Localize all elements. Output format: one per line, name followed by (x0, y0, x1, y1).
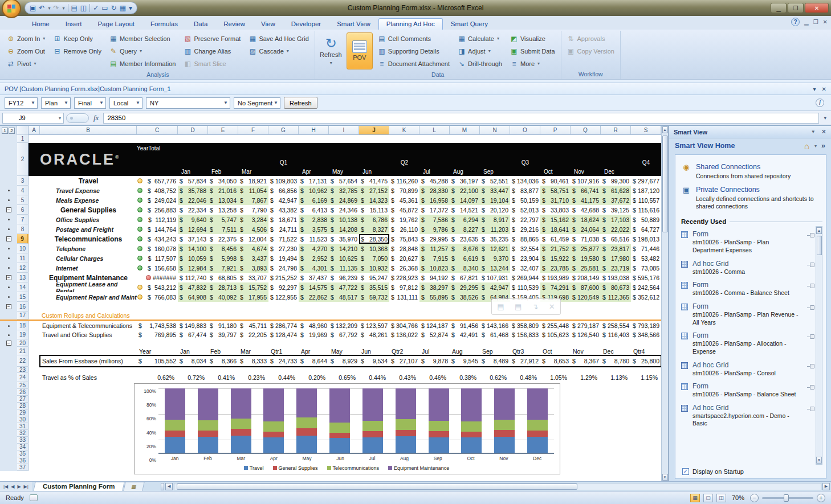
data-cell[interactable]: $109,803 (268, 176, 299, 186)
data-cell[interactable]: $42,491 (450, 330, 480, 339)
member-selection-button[interactable]: ▦Member Selection (107, 32, 178, 44)
home-dropdown-icon[interactable]: ▾ (814, 144, 817, 149)
rollup-label-19[interactable]: Travel and Office Supplies (40, 330, 137, 339)
data-cell[interactable]: $131,111 (389, 292, 419, 302)
embedded-chart[interactable]: 100%80%60%40%20%0% JanFebMarAprMayJunJul… (134, 383, 560, 474)
display-on-startup-checkbox[interactable]: ✓ (682, 468, 689, 475)
forward-chevrons-icon[interactable]: » (821, 142, 825, 150)
horizontal-scrollbar[interactable] (174, 483, 821, 490)
outline-gutter[interactable]: − (0, 302, 17, 312)
outline-level-1[interactable]: 1 (2, 128, 8, 134)
panel-scrollbar[interactable]: ▲ ▼ (816, 226, 822, 465)
data-cell[interactable]: $9,878 (419, 355, 450, 367)
row-header-16[interactable]: 16 (17, 302, 28, 312)
data-cell[interactable]: $50,159 (510, 195, 540, 205)
data-cell[interactable]: $20,627 (389, 253, 419, 263)
data-cell[interactable]: $20,120 (480, 205, 510, 215)
tab-home[interactable]: Home (24, 18, 58, 30)
column-header-L[interactable]: L (419, 126, 450, 135)
row-label-13[interactable]: Equipment Maintenance (40, 273, 137, 282)
document-attachment-button[interactable]: ≡Document Attachment (376, 58, 452, 69)
data-cell[interactable]: $12,694 (178, 224, 208, 234)
row-header-30[interactable]: 30 (17, 416, 28, 423)
data-cell[interactable]: $793,189 (631, 321, 661, 330)
help-icon[interactable]: ? (791, 18, 800, 26)
tab-data[interactable]: Data (186, 18, 215, 30)
data-cell[interactable]: $27,152 (359, 186, 389, 195)
row-header-8[interactable]: 8 (17, 224, 28, 234)
outline-gutter[interactable] (0, 373, 17, 382)
pin-icon[interactable] (810, 385, 814, 390)
outline-gutter[interactable] (0, 444, 17, 450)
row-header-37[interactable]: 37 (17, 464, 28, 471)
data-cell[interactable]: $11,523 (299, 234, 329, 244)
outline-gutter[interactable] (0, 437, 17, 444)
data-cell[interactable]: $31,710 (540, 195, 571, 205)
outline-gutter[interactable] (0, 389, 17, 396)
data-cell[interactable]: $38,526 (450, 292, 480, 302)
data-cell[interactable]: $13,034 (208, 195, 238, 205)
row-label-11[interactable]: Cellular Charges (40, 253, 137, 263)
data-cell[interactable]: $149,883 (178, 321, 208, 330)
data-cell[interactable]: $352,612 (631, 292, 661, 302)
tab-view[interactable]: View (253, 18, 283, 30)
row-header-25[interactable]: 25 (17, 382, 28, 389)
select-all-corner[interactable] (17, 126, 28, 135)
pct-cell[interactable]: 0.62% (480, 373, 510, 382)
data-cell[interactable]: $17,980 (601, 253, 631, 263)
scroll-up-icon[interactable]: ▲ (662, 126, 668, 133)
row-header-19[interactable]: 19 (17, 330, 28, 339)
data-cell[interactable]: $2,952 (299, 253, 329, 263)
data-cell[interactable]: $18,671 (268, 215, 299, 224)
data-cell[interactable]: $258,554 (601, 321, 631, 330)
data-cell[interactable]: $107,931 (480, 273, 510, 282)
tab-split-handle[interactable] (161, 483, 164, 490)
data-cell[interactable]: $37,143 (178, 234, 208, 244)
row-header-31[interactable]: 31 (17, 423, 28, 430)
outline-gutter[interactable] (0, 457, 17, 464)
bar-oct[interactable] (461, 388, 482, 453)
data-cell[interactable]: $408,752 (137, 186, 178, 195)
pct-cell[interactable]: 0.20% (299, 373, 329, 382)
data-cell[interactable]: $27,107 (389, 355, 419, 367)
data-cell[interactable]: $2,838 (299, 215, 329, 224)
data-cell[interactable]: $156,658 (137, 263, 178, 273)
row-label-7[interactable]: Office Supplies (40, 215, 137, 224)
data-cell[interactable]: $6,786 (359, 215, 389, 224)
data-cell[interactable]: $29,995 (419, 234, 450, 244)
data-cell[interactable]: $11,203 (480, 224, 510, 234)
data-cell[interactable]: $8,653 (540, 355, 571, 367)
recent-item-5[interactable]: Formstm10026 - PlanSamp - Allocation - E… (681, 327, 814, 357)
data-cell[interactable]: $22,100 (450, 186, 480, 195)
row-label-5[interactable]: Meals Expense (40, 195, 137, 205)
column-header-I[interactable]: I (329, 126, 359, 135)
bar-dec[interactable] (527, 388, 548, 453)
submit-data-button[interactable]: ▣Submit Data (508, 45, 557, 57)
data-cell[interactable]: $208,149 (571, 273, 601, 282)
pct-cell[interactable]: 0.44% (359, 373, 389, 382)
data-cell[interactable]: $8,456 (208, 244, 238, 253)
data-cell[interactable]: $115,616 (631, 205, 661, 215)
data-cell[interactable]: $61,468 (480, 330, 510, 339)
outline-gutter[interactable] (0, 195, 17, 205)
data-cell[interactable]: $4,270 (299, 244, 329, 253)
page-break-view-button[interactable]: ◫ (716, 494, 726, 502)
data-cell[interactable]: $33,707 (238, 273, 268, 282)
zoom-level[interactable]: 70% (732, 494, 744, 501)
data-cell[interactable]: $24,733 (268, 355, 299, 367)
row-header-33[interactable]: 33 (17, 437, 28, 444)
data-cell[interactable]: $286,774 (268, 321, 299, 330)
data-cell[interactable]: $18,921 (238, 176, 268, 186)
data-cell[interactable]: $297,677 (631, 176, 661, 186)
pct-cell[interactable]: 0.41% (208, 373, 238, 382)
pov-collapse-icon[interactable]: ▾ (813, 86, 816, 92)
row-header-22[interactable]: 22 (17, 355, 28, 367)
data-cell[interactable]: $23,785 (540, 263, 571, 273)
row-header-9[interactable]: 9 (17, 234, 28, 244)
row-label-12[interactable]: Internet (40, 263, 137, 273)
data-cell[interactable]: $11,257 (419, 244, 450, 253)
shared-connections-link[interactable]: Shared Connections (696, 163, 760, 171)
data-cell[interactable]: $10,962 (299, 186, 329, 195)
data-cell[interactable]: $128,474 (268, 330, 299, 339)
data-cell[interactable]: $193,038 (601, 273, 631, 282)
